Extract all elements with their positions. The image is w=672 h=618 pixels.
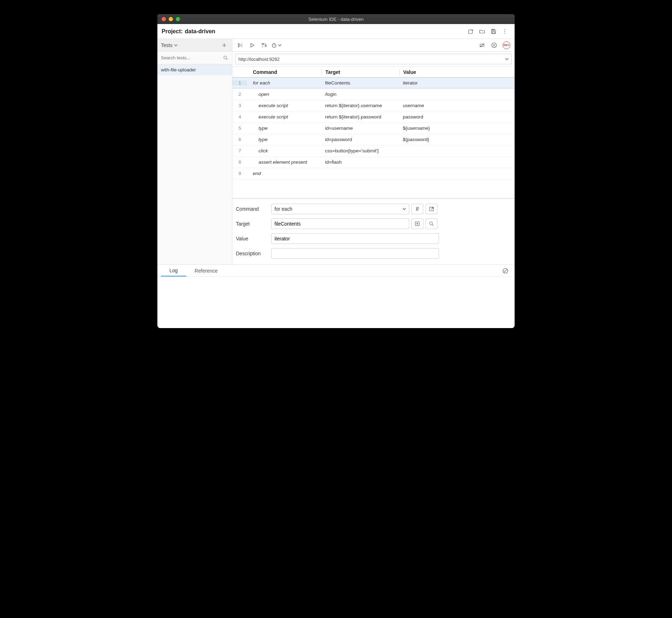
cell-target: return ${iterator}.username <box>321 103 399 108</box>
command-row[interactable]: 2open/login <box>232 89 515 100</box>
cell-command: execute script <box>247 103 321 108</box>
cell-command: for each <box>247 80 321 86</box>
command-row[interactable]: 6typeid=password${password} <box>232 134 515 145</box>
find-target-button[interactable] <box>425 218 438 229</box>
record-button[interactable]: REC <box>503 41 510 49</box>
clear-log-button[interactable] <box>500 265 511 276</box>
editor-description-label: Description <box>236 251 271 256</box>
editor-target-input[interactable] <box>274 221 406 227</box>
chevron-down-icon <box>402 207 406 211</box>
svg-rect-4 <box>492 31 495 33</box>
svg-rect-3 <box>492 29 494 31</box>
editor-value-label: Value <box>236 236 271 241</box>
chevron-down-icon <box>505 57 509 61</box>
tab-reference[interactable]: Reference <box>186 265 226 276</box>
row-number: 1 <box>232 80 247 86</box>
svg-rect-0 <box>469 30 473 34</box>
run-current-button[interactable] <box>247 40 258 51</box>
window-title: Selenium IDE - data-driven <box>157 17 515 22</box>
minimize-window-button[interactable] <box>169 17 173 21</box>
search-tests-row <box>157 52 232 64</box>
base-url-input[interactable]: http://localhost:9292 <box>235 54 512 64</box>
command-row[interactable]: 8assert element presentid=flash <box>232 157 515 168</box>
run-all-button[interactable] <box>234 40 246 51</box>
svg-point-18 <box>262 46 263 47</box>
cell-target: fileContents <box>321 80 399 86</box>
bottom-panel: Log Reference <box>157 264 515 328</box>
cell-value: ${username} <box>399 126 515 131</box>
add-test-button[interactable] <box>220 41 228 49</box>
svg-line-32 <box>504 269 507 272</box>
new-project-button[interactable] <box>465 26 476 37</box>
command-row[interactable]: 1for eachfileContentsiterator <box>232 77 515 89</box>
test-list: with-file-uploader <box>157 64 232 264</box>
cell-command: click <box>247 148 321 153</box>
close-window-button[interactable] <box>162 17 166 21</box>
open-project-button[interactable] <box>476 26 488 37</box>
cell-command: execute script <box>247 114 321 119</box>
window-controls <box>157 17 180 21</box>
editor-value-input[interactable] <box>274 236 436 241</box>
editor-command-label: Command <box>236 206 271 212</box>
sidebar-tab-label: Tests <box>161 42 173 48</box>
step-over-button[interactable] <box>259 40 270 51</box>
save-project-button[interactable] <box>488 26 499 37</box>
row-number: 2 <box>232 92 247 97</box>
sidebar-tab-selector[interactable]: Tests <box>157 39 232 52</box>
project-bar: Project: data-driven <box>157 24 515 39</box>
toolbar: REC <box>232 39 515 52</box>
column-value: Value <box>399 69 515 75</box>
svg-point-7 <box>504 33 505 34</box>
command-table: 1for eachfileContentsiterator2open/login… <box>232 77 515 198</box>
command-row[interactable]: 4execute scriptreturn ${iterator}.passwo… <box>232 111 515 123</box>
cell-command: type <box>247 126 321 131</box>
column-target: Target <box>321 69 399 75</box>
search-icon <box>223 55 228 61</box>
pause-button[interactable] <box>488 40 500 51</box>
row-number: 8 <box>232 159 247 165</box>
select-target-button[interactable] <box>411 218 423 229</box>
editor-command-select[interactable]: for each <box>271 204 409 214</box>
editor-target-label: Target <box>236 221 271 227</box>
chevron-down-icon <box>278 43 282 47</box>
command-row[interactable]: 3execute scriptreturn ${iterator}.userna… <box>232 100 515 111</box>
cell-target: /login <box>321 92 399 97</box>
search-tests-input[interactable] <box>161 55 223 60</box>
url-row: http://localhost:9292 <box>232 52 515 67</box>
row-number: 4 <box>232 114 247 119</box>
column-command: Command <box>247 69 321 75</box>
speed-button[interactable] <box>271 40 282 51</box>
svg-rect-17 <box>262 43 263 45</box>
svg-line-11 <box>226 59 227 60</box>
project-name: data-driven <box>185 28 215 35</box>
cell-target: css=button[type='submit'] <box>321 148 399 153</box>
row-number: 5 <box>232 126 247 131</box>
titlebar: Selenium IDE - data-driven <box>157 14 515 24</box>
cell-command: end <box>247 171 321 176</box>
command-row[interactable]: 7clickcss=button[type='submit'] <box>232 145 515 157</box>
cell-value: password <box>399 114 515 119</box>
cell-target: return ${iterator}.password <box>321 114 399 119</box>
cell-command: open <box>247 92 321 97</box>
test-item[interactable]: with-file-uploader <box>157 64 232 75</box>
project-label: Project: <box>162 28 183 35</box>
maximize-window-button[interactable] <box>176 17 180 21</box>
row-number: 7 <box>232 148 247 153</box>
chevron-down-icon <box>174 43 178 47</box>
tab-log[interactable]: Log <box>161 265 186 276</box>
disable-breakpoints-button[interactable] <box>476 40 488 51</box>
editor-description-input[interactable] <box>274 251 436 256</box>
app-window: Selenium IDE - data-driven Project: data… <box>157 14 515 328</box>
row-number: 6 <box>232 137 247 142</box>
cell-target: id=username <box>321 126 399 131</box>
command-row[interactable]: 5typeid=username${username} <box>232 123 515 134</box>
command-editor: Command for each // Target <box>232 198 515 264</box>
toggle-comment-button[interactable]: // <box>411 204 423 214</box>
cell-value: ${password} <box>399 137 515 142</box>
command-row[interactable]: 9end <box>232 168 515 179</box>
base-url-value: http://localhost:9292 <box>238 57 505 62</box>
svg-marker-16 <box>251 43 254 47</box>
more-menu-button[interactable] <box>499 26 510 37</box>
open-new-window-button[interactable] <box>425 204 438 214</box>
svg-point-5 <box>504 29 505 30</box>
